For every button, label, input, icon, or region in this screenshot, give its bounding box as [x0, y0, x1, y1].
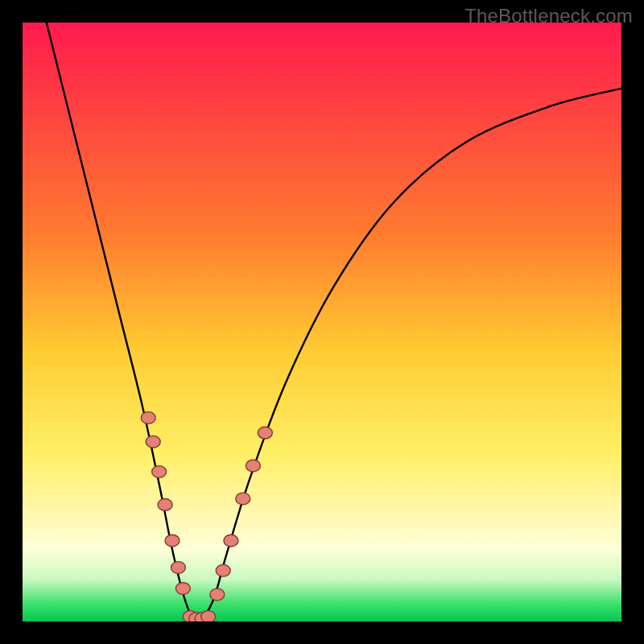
bottleneck-chart	[23, 23, 621, 621]
marker-left	[165, 535, 180, 547]
marker-left	[158, 499, 172, 511]
marker-right	[216, 564, 230, 576]
marker-bottom	[201, 611, 216, 621]
marker-right	[236, 493, 250, 505]
marker-left	[175, 583, 190, 595]
marker-left	[171, 562, 185, 574]
marker-left	[146, 436, 160, 448]
marker-left	[141, 412, 155, 424]
chart-frame: TheBottleneck.com	[0, 0, 644, 644]
marker-right	[258, 427, 272, 439]
plot-area	[23, 23, 621, 621]
marker-right	[224, 535, 238, 547]
marker-left	[152, 466, 167, 478]
marker-right	[210, 588, 225, 601]
marker-right	[246, 460, 260, 472]
